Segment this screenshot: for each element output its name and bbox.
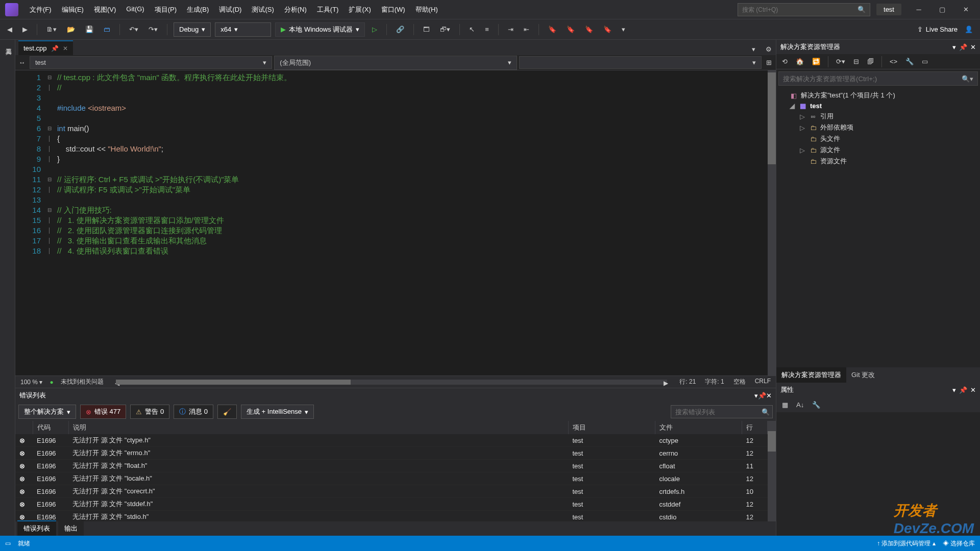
start-no-debug-icon[interactable]: ▷ [369,23,380,35]
solution-search-input[interactable] [783,75,962,83]
panel-menu-icon[interactable]: ▾ [754,392,758,399]
split-icon[interactable]: ⊞ [763,59,776,66]
props-wrench-icon[interactable]: 🔧 [810,399,823,411]
tree-external[interactable]: ▷🗀外部依赖项 [777,122,979,133]
new-project-icon[interactable]: 🗎▾ [43,23,60,35]
build-intellisense-combo[interactable]: 生成 + IntelliSense▾ [241,405,314,419]
bookmark-clear-icon[interactable]: 🔖 [600,23,615,35]
context-member[interactable]: ▾ [519,56,762,69]
categorized-icon[interactable]: ▦ [779,399,791,411]
props-icon[interactable]: 🔧 [903,56,916,67]
error-row[interactable]: ⊗ E1696无法打开 源 文件 "corecrt.h"testcrtdefs.… [15,485,768,498]
repo-select[interactable]: ◈ 选择仓库 [943,539,975,548]
add-to-source-control[interactable]: ↑ 添加到源代码管理 ▴ [877,539,936,548]
error-table[interactable]: 代码 说明 项目 文件 行 ⊗ E1696无法打开 源 文件 "ctype.h"… [15,421,768,521]
bookmark-next-icon[interactable]: 🔖 [582,23,596,35]
tree-sources[interactable]: ▷🗀源文件 [777,144,979,156]
scope-combo[interactable]: 整个解决方案▾ [18,405,76,419]
editor-tab-test-cpp[interactable]: test.cpp 📌 ✕ [18,40,73,55]
code-editor[interactable]: 123456789101112131415161718 ⊟│ ⊟│││ ⊟│ ⊟… [15,70,776,375]
menu-工具(T)[interactable]: 工具(T) [312,2,344,17]
save-icon[interactable]: 💾 [82,23,96,35]
tool-icon-1[interactable]: 🗔 [420,23,433,35]
menu-调试(D)[interactable]: 调试(D) [214,2,247,17]
alphabetical-icon[interactable]: A↓ [794,399,806,411]
error-search[interactable]: 🔍 [671,405,773,418]
preview-icon[interactable]: ▭ [919,56,930,67]
messages-filter[interactable]: ⓘ消息 0 [174,405,213,419]
context-project[interactable]: test▾ [30,56,272,69]
editor-hscroll[interactable]: ◀▶ [116,380,668,385]
feedback-icon[interactable]: 👤 [962,23,976,35]
errorlist-vscroll[interactable] [768,421,776,521]
tree-references[interactable]: ▷▫▫引用 [777,111,979,122]
code-icon[interactable]: <> [887,56,900,67]
menu-窗口(W)[interactable]: 窗口(W) [376,2,410,17]
clear-filter[interactable]: 🧹 [217,405,237,419]
panel-close-icon[interactable]: ✕ [970,43,976,51]
fold-gutter[interactable]: ⊟│ ⊟│││ ⊟│ ⊟││││ [46,70,53,375]
save-all-icon[interactable]: 🗃 [101,23,113,35]
error-row[interactable]: ⊗ E1696无法打开 源 文件 "stddef.h"testcstddef12 [15,498,768,511]
menu-分析(N)[interactable]: 分析(N) [279,2,312,17]
menu-Git(G)[interactable]: Git(G) [121,2,149,17]
menu-文件(F)[interactable]: 文件(F) [24,2,57,17]
panel-pin-icon[interactable]: 📌 [959,386,967,394]
indent-icon[interactable]: ⇥ [505,23,517,35]
live-share-button[interactable]: ⇪ Live Share [917,26,958,33]
tab-overflow-icon[interactable]: ▾ [748,43,760,55]
menu-项目(P)[interactable]: 项目(P) [150,2,182,17]
solution-search[interactable]: 🔍▾ [778,71,978,86]
home-icon[interactable]: 🏠 [793,56,806,67]
solution-tree[interactable]: ◧解决方案"test"(1 个项目/共 1 个) ◢▦test ▷▫▫引用 ▷🗀… [776,88,980,367]
redo-icon[interactable]: ↷▾ [145,23,161,35]
editor-settings-icon[interactable]: ⚙ [762,43,776,55]
indent-mode[interactable]: 空格 [733,378,746,386]
home-back-icon[interactable]: ⟲ [779,56,790,67]
undo-icon[interactable]: ↶▾ [126,23,141,35]
context-scope[interactable]: (全局范围)▾ [274,56,517,70]
tree-resources[interactable]: 🗀资源文件 [777,156,979,167]
menu-生成(B)[interactable]: 生成(B) [182,2,214,17]
cursor-icon[interactable]: ↖ [466,23,478,35]
error-row[interactable]: ⊗ E1696无法打开 源 文件 "errno.h"testcerrno12 [15,447,768,460]
outdent-icon[interactable]: ⇤ [521,23,532,35]
tab-git-changes[interactable]: Git 更改 [846,367,880,383]
toolbox-tab[interactable]: 工具箱 [0,40,15,536]
error-row[interactable]: ⊗ E1696无法打开 源 文件 "float.h"testcfloat11 [15,460,768,472]
global-search[interactable]: 🔍 [738,3,870,16]
tab-solution-explorer[interactable]: 解决方案资源管理器 [776,367,846,383]
bookmark-icon[interactable]: 🔖 [545,23,559,35]
error-search-input[interactable] [675,408,762,416]
overflow-icon[interactable]: ▾ [619,23,628,35]
editor-vscroll[interactable] [768,70,776,375]
panel-menu-icon[interactable]: ▾ [952,43,956,51]
error-row[interactable]: ⊗ E1696无法打开 源 文件 "ctype.h"testcctype12 [15,434,768,447]
bottom-tab-output[interactable]: 输出 [58,521,84,536]
pin-icon[interactable]: 📌 [51,45,59,52]
format-icon[interactable]: ≡ [482,23,492,35]
refresh-icon[interactable]: ⟳▾ [834,56,848,67]
attach-icon[interactable]: 🔗 [393,23,407,35]
panel-menu-icon[interactable]: ▾ [952,386,956,394]
nav-fwd-icon[interactable]: ▶ [19,23,31,35]
panel-close-icon[interactable]: ✕ [766,392,772,399]
code-content[interactable]: // test.cpp : 此文件包含 "main" 函数。程序执行将在此处开始… [53,70,768,375]
config-combo[interactable]: Debug▾ [174,22,211,37]
panel-pin-icon[interactable]: 📌 [758,392,766,399]
zoom-combo[interactable]: 100 % ▾ [20,379,42,386]
bookmark-prev-icon[interactable]: 🔖 [564,23,578,35]
tree-project[interactable]: ◢▦test [777,101,979,111]
global-search-input[interactable] [742,6,857,13]
eol-mode[interactable]: CRLF [755,378,771,386]
panel-close-icon[interactable]: ✕ [970,386,976,394]
menu-测试(S)[interactable]: 测试(S) [247,2,279,17]
menu-帮助(H)[interactable]: 帮助(H) [410,2,443,17]
solution-name-badge[interactable]: test [876,4,901,15]
tool-icon-2[interactable]: 🗗▾ [437,23,453,35]
minimize-button[interactable]: ─ [908,2,930,17]
bottom-tab-errors[interactable]: 错误列表 [17,520,56,536]
output-icon[interactable]: ▭ [5,540,11,547]
open-icon[interactable]: 📂 [64,23,78,35]
platform-combo[interactable]: x64▾ [215,22,271,37]
